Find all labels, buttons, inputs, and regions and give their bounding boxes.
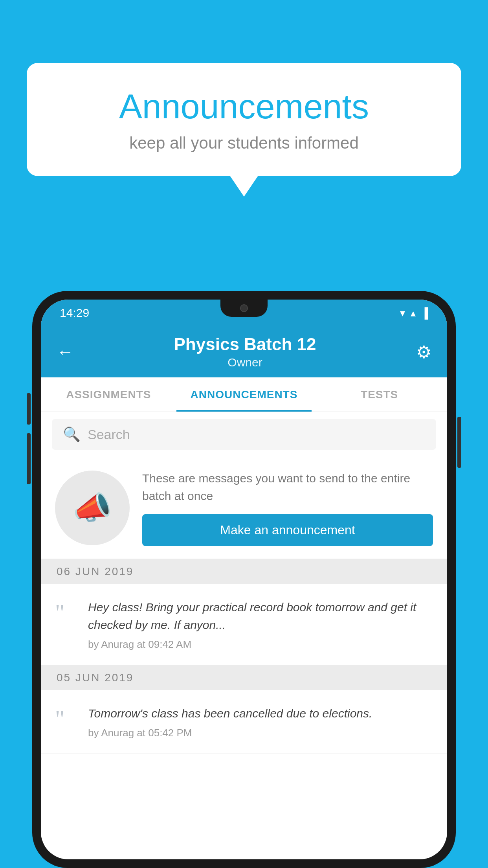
signal-icon: ▴ — [411, 307, 416, 319]
battery-icon: ▐ — [421, 307, 428, 319]
tab-assignments[interactable]: ASSIGNMENTS — [41, 377, 176, 412]
announcement-text-1: Hey class! Bring your practical record b… — [88, 598, 433, 634]
quote-icon-1: " — [55, 601, 77, 624]
announcement-prompt: 📣 These are messages you want to send to… — [41, 457, 447, 559]
phone-mockup: 14:29 ▾ ▴ ▐ ← Physics Batch 12 Owner ⚙ — [32, 291, 456, 868]
speech-bubble: Announcements keep all your students inf… — [27, 63, 461, 176]
owner-label: Owner — [174, 356, 316, 369]
back-button[interactable]: ← — [57, 342, 74, 362]
volume-up-button[interactable] — [27, 393, 31, 425]
side-buttons-left — [27, 393, 31, 484]
phone-inner: 14:29 ▾ ▴ ▐ ← Physics Batch 12 Owner ⚙ — [41, 300, 447, 859]
make-announcement-button[interactable]: Make an announcement — [142, 514, 433, 546]
search-bar[interactable]: 🔍 Search — [52, 419, 436, 450]
announcement-item-1[interactable]: " Hey class! Bring your practical record… — [41, 584, 447, 665]
announcement-meta-2: by Anurag at 05:42 PM — [88, 727, 433, 739]
app-header: ← Physics Batch 12 Owner ⚙ — [41, 326, 447, 377]
status-icons: ▾ ▴ ▐ — [400, 307, 428, 319]
phone-outer: 14:29 ▾ ▴ ▐ ← Physics Batch 12 Owner ⚙ — [32, 291, 456, 868]
prompt-right: These are messages you want to send to t… — [142, 469, 433, 546]
tab-announcements[interactable]: ANNOUNCEMENTS — [176, 377, 312, 412]
speech-bubble-container: Announcements keep all your students inf… — [27, 63, 461, 176]
announcements-title: Announcements — [58, 86, 430, 127]
quote-icon-2: " — [55, 707, 77, 730]
notch — [220, 300, 268, 317]
announcement-text-2: Tomorrow's class has been cancelled due … — [88, 704, 433, 722]
megaphone-circle: 📣 — [55, 471, 130, 545]
tabs-bar: ASSIGNMENTS ANNOUNCEMENTS TESTS — [41, 377, 447, 412]
announcement-content-1: Hey class! Bring your practical record b… — [88, 598, 433, 651]
search-icon: 🔍 — [63, 426, 81, 443]
batch-title: Physics Batch 12 — [174, 335, 316, 354]
date-separator-2: 05 JUN 2019 — [41, 665, 447, 690]
settings-icon[interactable]: ⚙ — [416, 342, 431, 362]
tab-tests[interactable]: TESTS — [312, 377, 447, 412]
date-separator-1: 06 JUN 2019 — [41, 559, 447, 584]
announcement-meta-1: by Anurag at 09:42 AM — [88, 638, 433, 651]
prompt-description: These are messages you want to send to t… — [142, 469, 433, 505]
side-buttons-right — [457, 417, 461, 468]
camera — [240, 304, 248, 312]
status-time: 14:29 — [60, 306, 89, 320]
status-bar: 14:29 ▾ ▴ ▐ — [41, 300, 447, 326]
announcement-content-2: Tomorrow's class has been cancelled due … — [88, 704, 433, 739]
search-container: 🔍 Search — [41, 412, 447, 457]
volume-down-button[interactable] — [27, 433, 31, 484]
announcements-subtitle: keep all your students informed — [58, 134, 430, 153]
search-placeholder: Search — [88, 427, 130, 442]
power-button[interactable] — [457, 417, 461, 468]
announcement-item-2[interactable]: " Tomorrow's class has been cancelled du… — [41, 690, 447, 754]
megaphone-icon: 📣 — [73, 489, 112, 526]
wifi-icon: ▾ — [400, 307, 405, 319]
header-center: Physics Batch 12 Owner — [174, 335, 316, 369]
